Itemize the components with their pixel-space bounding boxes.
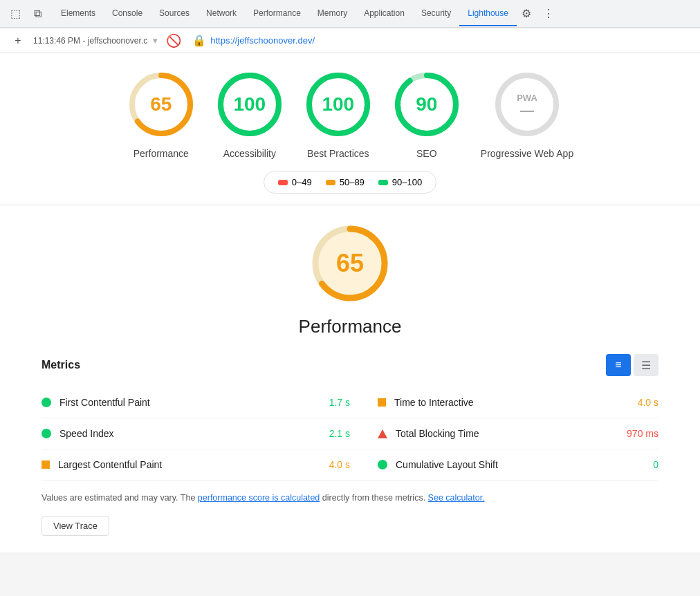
tab-memory[interactable]: Memory — [309, 1, 356, 26]
footnote: Values are estimated and may vary. The p… — [42, 492, 658, 505]
lock-icon: 🔒 — [192, 34, 206, 47]
tab-sources[interactable]: Sources — [151, 1, 198, 26]
pwa-text: PWA — [517, 93, 537, 103]
chevron-icon[interactable]: ▾ — [153, 35, 158, 46]
metric-largest-contentful-paint: Largest Contentful Paint 4.0 s — [42, 449, 350, 481]
metric-name-tti: Time to Interactive — [394, 397, 617, 408]
more-options-icon[interactable]: ⋮ — [539, 4, 558, 24]
metric-name-lcp: Largest Contentful Paint — [58, 459, 308, 470]
metric-indicator-tbt — [378, 429, 387, 438]
legend-item-orange: 50–89 — [326, 177, 365, 187]
view-trace-button[interactable]: View Trace — [42, 516, 109, 536]
metric-indicator-fcp — [42, 398, 51, 407]
settings-icon[interactable]: ⚙ — [517, 4, 536, 24]
tab-console[interactable]: Console — [104, 1, 151, 26]
tab-security[interactable]: Security — [413, 1, 459, 26]
tab-performance[interactable]: Performance — [245, 1, 309, 26]
legend-dot-orange — [326, 180, 335, 185]
score-label-performance: Performance — [133, 147, 189, 160]
metric-indicator-si — [42, 429, 51, 438]
score-label-pwa: Progressive Web App — [481, 147, 573, 160]
scores-row: 65 Performance 100 Accessibility — [127, 70, 573, 160]
score-number-seo: 90 — [416, 93, 437, 115]
score-circle-best-practices: 100 — [304, 70, 373, 139]
score-label-seo: SEO — [416, 147, 437, 160]
score-circle-pwa: PWA — — [492, 70, 562, 139]
legend-dot-green — [378, 180, 388, 185]
metric-value-lcp: 4.0 s — [308, 459, 350, 470]
url-bar: + 11:13:46 PM - jeffschoonover.c ▾ 🚫 🔒 h… — [0, 28, 700, 53]
metric-cumulative-layout-shift: Cumulative Layout Shift 0 — [350, 449, 658, 481]
footnote-text1: Values are estimated and may vary. The — [42, 493, 198, 503]
list-view-button[interactable]: ☰ — [634, 354, 658, 376]
metric-total-blocking-time: Total Blocking Time 970 ms — [350, 418, 658, 449]
score-number-best-practices: 100 — [322, 93, 354, 115]
metric-indicator-lcp — [42, 460, 50, 469]
big-score-number: 65 — [336, 249, 364, 278]
legend-label-green: 90–100 — [392, 177, 422, 187]
metric-value-si: 2.1 s — [308, 428, 350, 439]
metrics-header: Metrics ≡ ☰ — [42, 354, 658, 376]
metric-indicator-tti — [378, 398, 386, 407]
score-circle-seo: 90 — [392, 70, 461, 139]
performance-detail-section: 65 Performance Metrics ≡ ☰ First Content… — [0, 205, 700, 552]
metric-value-tbt: 970 ms — [617, 428, 658, 439]
footnote-text2: directly from these metrics. — [320, 493, 427, 503]
metric-name-si: Speed Index — [59, 428, 308, 439]
score-label-best-practices: Best Practices — [307, 147, 369, 160]
legend-label-orange: 50–89 — [340, 177, 365, 187]
metric-indicator-cls — [378, 460, 387, 469]
metric-name-cls: Cumulative Layout Shift — [396, 459, 617, 470]
tab-lighthouse[interactable]: Lighthouse — [459, 1, 517, 26]
metric-value-fcp: 1.7 s — [308, 397, 350, 408]
tab-network[interactable]: Network — [198, 1, 245, 26]
legend-dot-red — [278, 180, 288, 185]
score-item-pwa: PWA — Progressive Web App — [481, 70, 573, 160]
url-text: https://jeffschoonover.dev/ — [210, 35, 315, 46]
metric-time-to-interactive: Time to Interactive 4.0 s — [350, 387, 658, 418]
url-display: 🔒 https://jeffschoonover.dev/ — [192, 34, 315, 47]
score-number-performance: 65 — [150, 93, 172, 115]
metric-value-cls: 0 — [617, 459, 658, 470]
performance-title: Performance — [42, 316, 658, 337]
metric-first-contentful-paint: First Contentful Paint 1.7 s — [42, 387, 350, 418]
devtools-tabs: Elements Console Sources Network Perform… — [50, 1, 561, 26]
score-circle-accessibility: 100 — [215, 70, 284, 139]
tab-application[interactable]: Application — [356, 1, 413, 26]
scores-section: 65 Performance 100 Accessibility — [0, 53, 700, 205]
score-item-seo: 90 SEO — [392, 70, 461, 160]
metric-speed-index: Speed Index 2.1 s — [42, 418, 350, 449]
pwa-label: PWA — — [517, 93, 537, 117]
legend-item-red: 0–49 — [278, 177, 312, 187]
big-score-circle: 65 — [308, 222, 392, 305]
metrics-label: Metrics — [42, 359, 80, 371]
perf-score-link[interactable]: performance score is calculated — [198, 493, 320, 503]
new-tab-button[interactable]: + — [8, 31, 28, 50]
score-circle-performance: 65 — [127, 70, 196, 139]
legend-label-red: 0–49 — [292, 177, 312, 187]
metrics-view-toggle: ≡ ☰ — [606, 354, 658, 376]
timestamp: 11:13:46 PM - jeffschoonover.c — [33, 36, 147, 46]
score-number-accessibility: 100 — [233, 93, 266, 115]
devtools-expand-button[interactable]: ⧉ — [28, 4, 47, 24]
score-item-accessibility: 100 Accessibility — [215, 70, 284, 160]
score-item-performance: 65 Performance — [127, 70, 196, 160]
metrics-grid: First Contentful Paint 1.7 s Time to Int… — [42, 387, 658, 481]
metric-value-tti: 4.0 s — [617, 397, 658, 408]
metric-name-tbt: Total Blocking Time — [396, 428, 617, 439]
pwa-dash: — — [520, 103, 534, 117]
score-legend: 0–49 50–89 90–100 — [264, 171, 436, 194]
tab-elements[interactable]: Elements — [53, 1, 104, 26]
score-label-accessibility: Accessibility — [223, 147, 276, 160]
legend-item-green: 90–100 — [378, 177, 422, 187]
big-score-container: 65 — [42, 222, 658, 305]
grid-view-button[interactable]: ≡ — [606, 354, 631, 376]
stop-icon[interactable]: 🚫 — [166, 33, 181, 48]
metric-name-fcp: First Contentful Paint — [59, 397, 308, 408]
score-item-best-practices: 100 Best Practices — [304, 70, 373, 160]
devtools-dock-button[interactable]: ⬚ — [6, 4, 25, 24]
calculator-link[interactable]: See calculator. — [428, 493, 485, 503]
